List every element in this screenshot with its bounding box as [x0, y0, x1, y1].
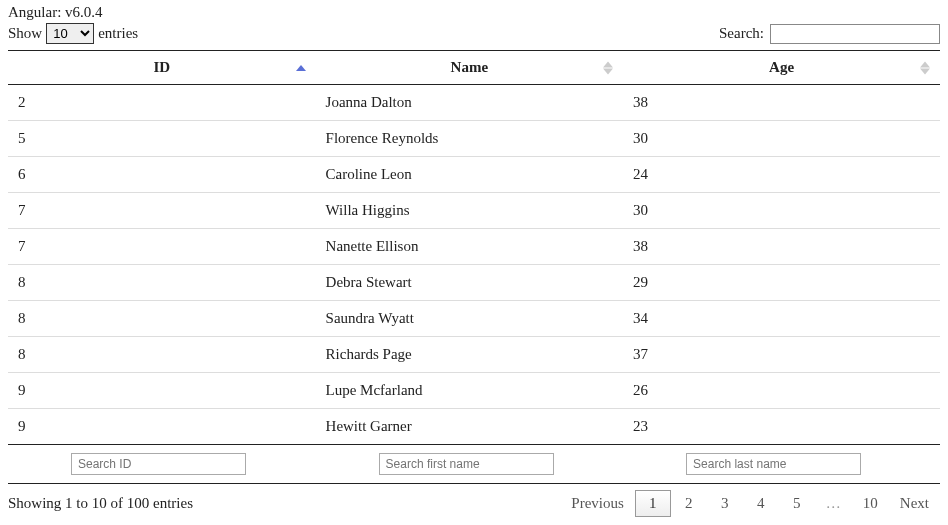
cell-age: 38: [623, 85, 940, 121]
cell-name: Joanna Dalton: [316, 85, 624, 121]
cell-age: 24: [623, 157, 940, 193]
pagination: Previous12345…10Next: [560, 490, 940, 517]
table-row: 9Hewitt Garner23: [8, 409, 940, 445]
cell-age: 30: [623, 193, 940, 229]
cell-age: 29: [623, 265, 940, 301]
pagination-ellipsis: …: [815, 490, 852, 517]
table-row: 8Richards Page37: [8, 337, 940, 373]
cell-id: 8: [8, 301, 316, 337]
cell-age: 26: [623, 373, 940, 409]
cell-name: Nanette Ellison: [316, 229, 624, 265]
table-info: Showing 1 to 10 of 100 entries: [8, 495, 193, 512]
search-label: Search:: [719, 25, 764, 42]
search-input[interactable]: [770, 24, 940, 44]
page-length-control: Show 102550100 entries: [8, 23, 138, 44]
sort-both-icon: [603, 61, 613, 74]
cell-name: Caroline Leon: [316, 157, 624, 193]
cell-id: 7: [8, 229, 316, 265]
pagination-page-2[interactable]: 2: [671, 490, 707, 517]
sort-asc-icon: [296, 65, 306, 71]
table-row: 9Lupe Mcfarland26: [8, 373, 940, 409]
table-row: 8Debra Stewart29: [8, 265, 940, 301]
column-header-age-label: Age: [769, 59, 794, 75]
cell-name: Florence Reynolds: [316, 121, 624, 157]
cell-id: 5: [8, 121, 316, 157]
global-search: Search:: [719, 24, 940, 44]
version-label: Angular: v6.0.4: [8, 4, 940, 21]
column-header-name[interactable]: Name: [316, 51, 624, 85]
table-row: 5Florence Reynolds30: [8, 121, 940, 157]
cell-id: 2: [8, 85, 316, 121]
pagination-page-4[interactable]: 4: [743, 490, 779, 517]
page-length-select[interactable]: 102550100: [46, 23, 94, 44]
table-row: 8Saundra Wyatt34: [8, 301, 940, 337]
table-row: 7Nanette Ellison38: [8, 229, 940, 265]
column-header-name-label: Name: [451, 59, 489, 75]
page-length-suffix: entries: [98, 25, 138, 42]
cell-name: Hewitt Garner: [316, 409, 624, 445]
cell-name: Willa Higgins: [316, 193, 624, 229]
table-row: 2Joanna Dalton38: [8, 85, 940, 121]
pagination-page-1[interactable]: 1: [635, 490, 671, 517]
cell-age: 30: [623, 121, 940, 157]
pagination-page-3[interactable]: 3: [707, 490, 743, 517]
pagination-prev-button[interactable]: Previous: [560, 490, 635, 517]
cell-name: Lupe Mcfarland: [316, 373, 624, 409]
filter-age-input[interactable]: [686, 453, 861, 475]
cell-age: 37: [623, 337, 940, 373]
cell-age: 38: [623, 229, 940, 265]
cell-name: Saundra Wyatt: [316, 301, 624, 337]
cell-age: 23: [623, 409, 940, 445]
cell-id: 7: [8, 193, 316, 229]
cell-id: 9: [8, 373, 316, 409]
column-header-id[interactable]: ID: [8, 51, 316, 85]
column-header-age[interactable]: Age: [623, 51, 940, 85]
filter-name-input[interactable]: [379, 453, 554, 475]
column-header-id-label: ID: [153, 59, 170, 75]
cell-age: 34: [623, 301, 940, 337]
pagination-page-10[interactable]: 10: [852, 490, 889, 517]
cell-name: Richards Page: [316, 337, 624, 373]
sort-both-icon: [920, 61, 930, 74]
data-table: ID Name Age 2Joanna Dalton385Florence Re…: [8, 50, 940, 445]
cell-id: 9: [8, 409, 316, 445]
table-row: 7Willa Higgins30: [8, 193, 940, 229]
page-length-prefix: Show: [8, 25, 42, 42]
table-row: 6Caroline Leon24: [8, 157, 940, 193]
cell-id: 8: [8, 337, 316, 373]
cell-id: 8: [8, 265, 316, 301]
pagination-page-5[interactable]: 5: [779, 490, 815, 517]
filter-id-input[interactable]: [71, 453, 246, 475]
cell-name: Debra Stewart: [316, 265, 624, 301]
pagination-next-button[interactable]: Next: [889, 490, 940, 517]
cell-id: 6: [8, 157, 316, 193]
